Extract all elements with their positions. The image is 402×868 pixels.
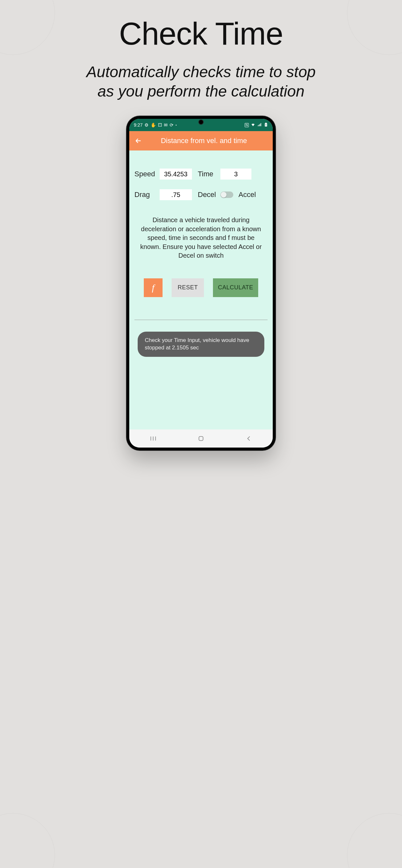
battery-icon — [264, 122, 268, 128]
recents-icon — [150, 435, 157, 442]
status-right: N — [245, 122, 268, 128]
status-left: 9:27 ⚙ ✋ ⚀ ✉ ⟳ • — [134, 122, 177, 128]
divider — [135, 320, 267, 320]
phone-screen: 9:27 ⚙ ✋ ⚀ ✉ ⟳ • N — [129, 119, 273, 447]
promo-subtitle-line1: Automatically checks time to stop — [86, 63, 316, 81]
signal-icon — [257, 122, 262, 128]
status-time: 9:27 — [134, 122, 143, 128]
accel-decel-toggle[interactable] — [220, 191, 233, 198]
mode-toggle-wrap: Accel — [220, 190, 256, 199]
nfc-icon: N — [245, 123, 249, 127]
chevron-left-icon — [245, 435, 252, 442]
promo-title: Check Time — [0, 16, 402, 52]
input-row-1: Speed Time — [135, 168, 267, 180]
recents-button[interactable] — [147, 432, 160, 445]
description-text: Distance a vehicle traveled during decel… — [135, 216, 267, 260]
toast-message: Check your Time Input, vehicle would hav… — [138, 332, 264, 357]
settings-icon: ⚙ — [144, 122, 149, 128]
accel-label: Accel — [238, 190, 256, 199]
calculate-button[interactable]: CALCULATE — [213, 278, 258, 297]
phone-frame: 9:27 ⚙ ✋ ⚀ ✉ ⟳ • N — [127, 116, 275, 450]
app-bar: Distance from vel. and time — [129, 131, 273, 151]
more-icon: • — [175, 123, 177, 127]
time-label: Time — [198, 170, 220, 178]
sync-icon: ⟳ — [170, 122, 174, 128]
content-area: Speed Time Drag Decel Accel Distance a v… — [129, 151, 273, 430]
f-button[interactable]: f — [144, 278, 163, 297]
decorative-corner — [347, 813, 402, 868]
phone-camera — [198, 120, 204, 125]
decorative-corner — [0, 813, 55, 868]
toggle-knob — [221, 192, 227, 197]
home-button[interactable] — [195, 432, 207, 445]
app-title: Distance from vel. and time — [140, 136, 268, 145]
gesture-icon: ✋ — [151, 122, 156, 128]
promo-subtitle-line2: as you perform the calculation — [97, 83, 305, 100]
speed-input[interactable] — [160, 168, 192, 180]
drag-label: Drag — [135, 190, 160, 199]
input-row-2: Drag Decel Accel — [135, 189, 267, 200]
time-input[interactable] — [220, 168, 251, 180]
voicemail-icon: ⚀ — [158, 122, 162, 128]
svg-rect-2 — [199, 437, 203, 441]
reset-button[interactable]: RESET — [172, 278, 204, 297]
decel-label: Decel — [198, 190, 220, 199]
speed-label: Speed — [135, 170, 160, 178]
promo-subtitle: Automatically checks time to stop as you… — [0, 62, 402, 101]
svg-rect-1 — [266, 122, 266, 123]
wifi-icon — [251, 122, 255, 128]
message-icon: ✉ — [164, 122, 168, 128]
android-nav-bar — [129, 430, 273, 447]
home-icon — [197, 435, 205, 442]
button-row: f RESET CALCULATE — [135, 278, 267, 297]
nav-back-button[interactable] — [242, 432, 255, 445]
drag-input[interactable] — [160, 189, 192, 200]
